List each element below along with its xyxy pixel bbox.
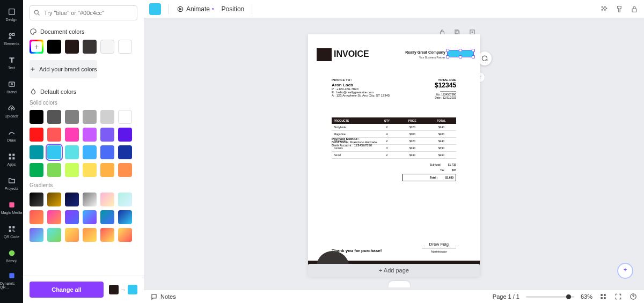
color-swatch[interactable] — [118, 163, 132, 177]
assistant-button[interactable] — [617, 263, 633, 279]
color-swatch[interactable] — [65, 163, 79, 177]
selected-element[interactable] — [448, 50, 473, 57]
fill-color-swatch[interactable] — [149, 3, 161, 15]
color-swatch[interactable] — [30, 145, 43, 159]
gradient-swatch[interactable] — [65, 193, 79, 206]
canvas-area[interactable]: + INVOICE Really Great Company Your Busi… — [144, 18, 644, 290]
panel-scroll[interactable]: Document colors Add your brand colors De… — [23, 0, 144, 276]
zoom-value[interactable]: 63% — [581, 293, 592, 300]
color-swatch[interactable] — [65, 110, 79, 124]
color-swatch[interactable] — [47, 40, 61, 54]
color-swatch[interactable] — [47, 145, 61, 159]
change-all-button[interactable]: Change all — [30, 282, 104, 298]
color-swatch[interactable] — [100, 40, 114, 54]
zoom-slider[interactable] — [526, 296, 574, 298]
company-name[interactable]: Really Great Company — [405, 50, 445, 54]
rail-item-magic-media[interactable]: Magic Media — [0, 195, 23, 219]
color-panel: Document colors Add your brand colors De… — [23, 0, 144, 303]
copy-style-icon[interactable] — [615, 5, 624, 13]
color-swatch[interactable] — [47, 110, 61, 124]
transparency-icon[interactable] — [600, 5, 609, 13]
gradient-swatch[interactable] — [100, 210, 114, 224]
gradient-swatch[interactable] — [100, 193, 114, 206]
gradient-swatch[interactable] — [118, 193, 132, 206]
gradient-swatch[interactable] — [118, 228, 132, 242]
gradient-swatch[interactable] — [47, 193, 61, 206]
design-page[interactable]: INVOICE Really Great Company Your Busine… — [308, 34, 480, 276]
rail-item-qr[interactable]: QR Code — [0, 219, 23, 243]
gradient-swatch[interactable] — [65, 210, 79, 224]
gradient-swatch[interactable] — [65, 228, 79, 242]
rail-item-design[interactable]: Design — [0, 2, 23, 26]
notes-button[interactable]: Notes — [150, 293, 176, 300]
color-search[interactable] — [30, 5, 137, 20]
rail-item-dynamic-qr[interactable]: Dynamic QR... — [0, 268, 23, 292]
rail-item-brand[interactable]: Brand — [0, 75, 23, 99]
pair-to-swatch[interactable] — [128, 285, 137, 294]
color-swatch[interactable] — [83, 110, 97, 124]
color-swatch[interactable] — [47, 128, 61, 142]
color-swatch[interactable] — [100, 110, 114, 124]
gradient-swatch[interactable] — [47, 210, 61, 224]
rail-item-bitmoji[interactable]: Bitmoji — [0, 243, 23, 268]
invoice-title[interactable]: INVOICE — [334, 49, 369, 59]
rail-item-text[interactable]: Text — [0, 50, 23, 75]
color-swatch[interactable] — [100, 145, 114, 159]
gradient-swatch[interactable] — [30, 193, 43, 206]
color-swatch[interactable] — [83, 163, 97, 177]
color-swatch[interactable] — [47, 163, 61, 177]
gradient-swatch[interactable] — [30, 210, 43, 224]
fullscreen-icon[interactable] — [614, 292, 623, 301]
color-swatch[interactable] — [30, 128, 43, 142]
color-swatch[interactable] — [100, 128, 114, 142]
gradient-swatch[interactable] — [83, 228, 97, 242]
color-swatch[interactable] — [83, 40, 97, 54]
rail-item-uploads[interactable]: Uploads — [0, 99, 23, 123]
gradient-swatch[interactable] — [30, 228, 43, 242]
color-swatch[interactable] — [30, 163, 43, 177]
collapse-handle[interactable] — [389, 281, 410, 287]
button-label: Position — [222, 5, 245, 13]
svg-point-17 — [34, 10, 38, 14]
pair-from-swatch[interactable] — [109, 285, 119, 294]
gradient-swatch[interactable] — [100, 228, 114, 242]
position-button[interactable]: Position — [222, 5, 245, 13]
rail-item-elements[interactable]: Elements — [0, 26, 23, 50]
color-swatch[interactable] — [118, 110, 132, 124]
color-swatch[interactable] — [83, 128, 97, 142]
rail-item-projects[interactable]: Projects — [0, 171, 23, 195]
gradient-swatch[interactable] — [83, 193, 97, 206]
color-swatch[interactable] — [100, 163, 114, 177]
color-swatch[interactable] — [65, 128, 79, 142]
color-swatch[interactable] — [118, 145, 132, 159]
page-indicator[interactable]: Page 1 / 1 — [493, 293, 519, 300]
add-brand-colors-button[interactable]: Add your brand colors — [30, 60, 97, 78]
gradient-swatch[interactable] — [118, 210, 132, 224]
color-swatch[interactable] — [118, 128, 132, 142]
gradient-swatch[interactable] — [83, 210, 97, 224]
add-color-swatch[interactable] — [30, 40, 43, 54]
animate-button[interactable]: Animate• — [177, 5, 214, 13]
color-swatch[interactable] — [30, 110, 43, 124]
svg-rect-24 — [604, 9, 606, 11]
help-icon[interactable] — [629, 292, 638, 301]
gradient-swatch[interactable] — [47, 228, 61, 242]
add-page-button[interactable]: + Add page — [308, 264, 480, 277]
lock-icon[interactable] — [630, 5, 639, 13]
payment-method[interactable]: Payment Method : Bank Name: Francisco An… — [332, 137, 377, 147]
grid-view-icon[interactable] — [599, 292, 608, 301]
totals[interactable]: Sub-total$1,735 Tax$95 Total :$1,680 — [332, 162, 456, 181]
color-swatch[interactable] — [65, 145, 79, 159]
invoice-logo[interactable] — [317, 48, 332, 61]
rail-item-apps[interactable]: Apps — [0, 147, 23, 171]
footer-row[interactable]: Thank you for purchase! Drew Feig Admini… — [332, 242, 456, 253]
color-swatch[interactable] — [118, 40, 132, 54]
rail-item-draw[interactable]: Draw — [0, 123, 23, 147]
svg-point-15 — [9, 250, 14, 256]
search-input[interactable] — [44, 10, 134, 16]
invoice-due[interactable]: TOTAL DUE $12345 No. 1234567890 Date : 1… — [435, 78, 456, 99]
color-swatch[interactable] — [65, 40, 79, 54]
color-swatch[interactable] — [83, 145, 97, 159]
svg-rect-23 — [602, 9, 603, 11]
company-sub[interactable]: Your Business Partner — [419, 56, 445, 59]
